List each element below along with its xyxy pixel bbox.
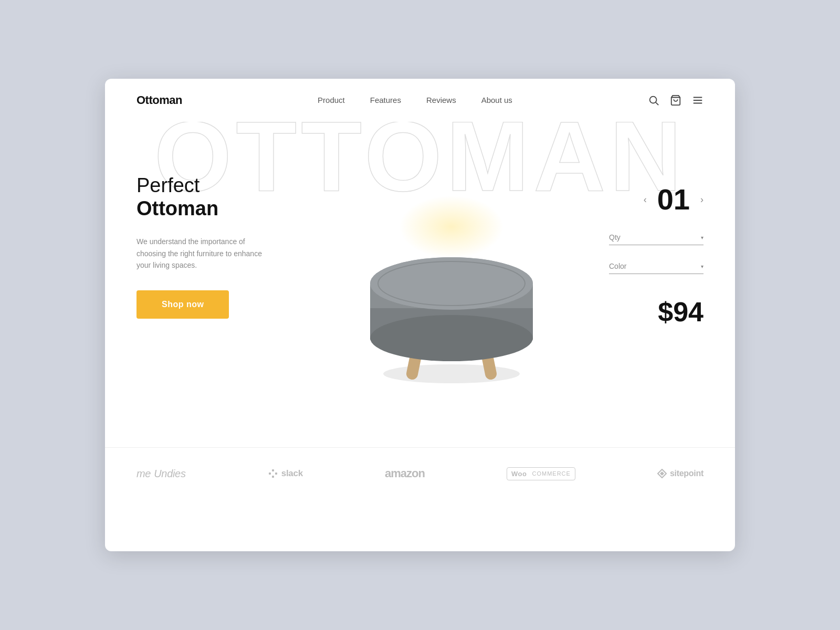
- svg-rect-19: [272, 476, 274, 478]
- slack-label: slack: [281, 468, 303, 479]
- qty-dropdown-arrow: ▾: [701, 235, 704, 240]
- hero-section: OTTOMAN Perfect Ottoman We understand th…: [105, 122, 735, 447]
- menu-icon[interactable]: [692, 94, 704, 106]
- hero-image-area: [315, 153, 588, 405]
- svg-point-13: [370, 315, 533, 361]
- svg-point-0: [650, 97, 657, 103]
- shop-now-button[interactable]: Shop now: [136, 290, 229, 319]
- hero-right: ‹ 01 › Qty ▾ Color ▾ $94: [588, 153, 704, 328]
- navbar: Ottoman Product Features Reviews About u…: [105, 79, 735, 122]
- color-label: Color: [609, 262, 626, 270]
- nav-links: Product Features Reviews About us: [318, 96, 512, 105]
- partner-amazon: amazon: [385, 467, 425, 480]
- counter-display: 01: [657, 185, 690, 214]
- amazon-label: amazon: [385, 467, 425, 480]
- ottoman-svg: [352, 195, 551, 395]
- partners-section: meUndies slack amazon Woo COMMERCE sitep…: [105, 447, 735, 499]
- svg-point-14: [370, 257, 533, 310]
- ottoman-image: [341, 185, 562, 405]
- hero-subtitle: Perfect: [136, 174, 315, 197]
- sitepoint-icon: [657, 469, 667, 478]
- partner-sitepoint: sitepoint: [657, 469, 704, 478]
- color-dropdown[interactable]: Color ▾: [609, 259, 704, 274]
- nav-item-reviews[interactable]: Reviews: [426, 96, 456, 105]
- hero-description: We understand the importance of choosing…: [136, 236, 273, 271]
- sitepoint-label: sitepoint: [670, 469, 704, 478]
- hero-title: Ottoman: [136, 197, 315, 220]
- slack-icon: [268, 468, 278, 479]
- counter-row: ‹ 01 ›: [644, 185, 704, 214]
- svg-rect-17: [272, 469, 274, 471]
- counter-prev-button[interactable]: ‹: [644, 194, 647, 205]
- qty-dropdown[interactable]: Qty ▾: [609, 230, 704, 245]
- brand-logo[interactable]: Ottoman: [136, 93, 182, 107]
- nav-item-features[interactable]: Features: [370, 96, 401, 105]
- cart-icon[interactable]: [670, 94, 681, 106]
- qty-label: Qty: [609, 233, 621, 242]
- meundies-icon: me: [136, 468, 151, 480]
- svg-rect-16: [269, 472, 271, 475]
- price-display: $94: [658, 296, 704, 328]
- nav-icon-group: [648, 94, 704, 106]
- svg-line-1: [656, 102, 658, 105]
- search-icon[interactable]: [648, 94, 659, 106]
- hero-left: Perfect Ottoman We understand the import…: [136, 153, 315, 319]
- partner-meundies: meUndies: [136, 468, 186, 480]
- partner-slack: slack: [268, 468, 303, 479]
- nav-item-about[interactable]: About us: [481, 96, 512, 105]
- svg-point-6: [383, 364, 520, 383]
- browser-window: Ottoman Product Features Reviews About u…: [105, 79, 735, 551]
- partner-woocommerce: Woo COMMERCE: [507, 467, 575, 480]
- commerce-label: COMMERCE: [532, 470, 570, 477]
- hero-content: Perfect Ottoman We understand the import…: [136, 122, 704, 405]
- woo-label: Woo: [511, 470, 527, 478]
- nav-item-product[interactable]: Product: [318, 96, 345, 105]
- color-dropdown-arrow: ▾: [701, 264, 704, 269]
- counter-next-button[interactable]: ›: [700, 194, 704, 205]
- svg-rect-18: [275, 472, 277, 475]
